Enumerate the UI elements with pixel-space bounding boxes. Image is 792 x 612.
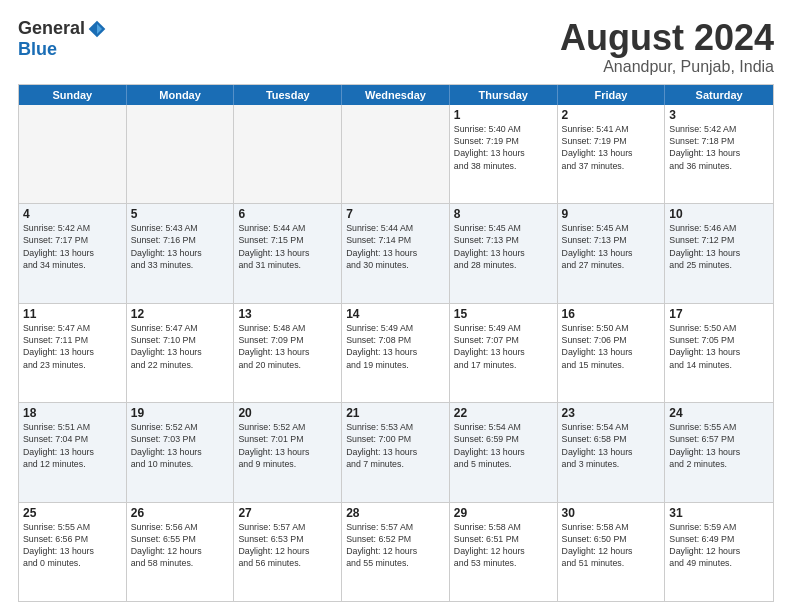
logo-general-text: General [18,18,85,39]
page: General Blue August 2024 Anandpur, Punja… [0,0,792,612]
day-info: Sunrise: 5:42 AM Sunset: 7:18 PM Dayligh… [669,123,769,172]
day-number: 16 [562,307,661,321]
calendar-row-3: 18Sunrise: 5:51 AM Sunset: 7:04 PM Dayli… [19,402,773,501]
day-info: Sunrise: 5:55 AM Sunset: 6:57 PM Dayligh… [669,421,769,470]
calendar-cell: 8Sunrise: 5:45 AM Sunset: 7:13 PM Daylig… [450,204,558,302]
day-number: 30 [562,506,661,520]
day-info: Sunrise: 5:59 AM Sunset: 6:49 PM Dayligh… [669,521,769,570]
day-info: Sunrise: 5:50 AM Sunset: 7:06 PM Dayligh… [562,322,661,371]
day-number: 28 [346,506,445,520]
day-info: Sunrise: 5:41 AM Sunset: 7:19 PM Dayligh… [562,123,661,172]
day-number: 13 [238,307,337,321]
calendar-cell: 30Sunrise: 5:58 AM Sunset: 6:50 PM Dayli… [558,503,666,601]
day-number: 18 [23,406,122,420]
day-info: Sunrise: 5:58 AM Sunset: 6:50 PM Dayligh… [562,521,661,570]
calendar-cell: 29Sunrise: 5:58 AM Sunset: 6:51 PM Dayli… [450,503,558,601]
calendar-cell: 25Sunrise: 5:55 AM Sunset: 6:56 PM Dayli… [19,503,127,601]
day-info: Sunrise: 5:47 AM Sunset: 7:11 PM Dayligh… [23,322,122,371]
day-number: 4 [23,207,122,221]
day-info: Sunrise: 5:57 AM Sunset: 6:53 PM Dayligh… [238,521,337,570]
calendar-row-4: 25Sunrise: 5:55 AM Sunset: 6:56 PM Dayli… [19,502,773,601]
calendar-row-0: 1Sunrise: 5:40 AM Sunset: 7:19 PM Daylig… [19,105,773,203]
calendar-cell: 26Sunrise: 5:56 AM Sunset: 6:55 PM Dayli… [127,503,235,601]
calendar-cell: 7Sunrise: 5:44 AM Sunset: 7:14 PM Daylig… [342,204,450,302]
logo-blue-text: Blue [18,39,57,60]
calendar-cell: 12Sunrise: 5:47 AM Sunset: 7:10 PM Dayli… [127,304,235,402]
calendar-cell: 22Sunrise: 5:54 AM Sunset: 6:59 PM Dayli… [450,403,558,501]
main-title: August 2024 [560,18,774,58]
day-number: 23 [562,406,661,420]
calendar-cell: 27Sunrise: 5:57 AM Sunset: 6:53 PM Dayli… [234,503,342,601]
day-number: 2 [562,108,661,122]
calendar-cell: 31Sunrise: 5:59 AM Sunset: 6:49 PM Dayli… [665,503,773,601]
header: General Blue August 2024 Anandpur, Punja… [18,18,774,76]
day-info: Sunrise: 5:54 AM Sunset: 6:59 PM Dayligh… [454,421,553,470]
day-info: Sunrise: 5:55 AM Sunset: 6:56 PM Dayligh… [23,521,122,570]
day-number: 12 [131,307,230,321]
day-number: 7 [346,207,445,221]
day-info: Sunrise: 5:49 AM Sunset: 7:08 PM Dayligh… [346,322,445,371]
calendar-row-1: 4Sunrise: 5:42 AM Sunset: 7:17 PM Daylig… [19,203,773,302]
calendar: SundayMondayTuesdayWednesdayThursdayFrid… [18,84,774,602]
day-info: Sunrise: 5:40 AM Sunset: 7:19 PM Dayligh… [454,123,553,172]
day-info: Sunrise: 5:49 AM Sunset: 7:07 PM Dayligh… [454,322,553,371]
day-number: 24 [669,406,769,420]
calendar-cell: 18Sunrise: 5:51 AM Sunset: 7:04 PM Dayli… [19,403,127,501]
calendar-cell: 23Sunrise: 5:54 AM Sunset: 6:58 PM Dayli… [558,403,666,501]
day-number: 21 [346,406,445,420]
calendar-row-2: 11Sunrise: 5:47 AM Sunset: 7:11 PM Dayli… [19,303,773,402]
calendar-body: 1Sunrise: 5:40 AM Sunset: 7:19 PM Daylig… [19,105,773,601]
day-info: Sunrise: 5:44 AM Sunset: 7:14 PM Dayligh… [346,222,445,271]
calendar-cell: 14Sunrise: 5:49 AM Sunset: 7:08 PM Dayli… [342,304,450,402]
day-number: 26 [131,506,230,520]
calendar-cell: 5Sunrise: 5:43 AM Sunset: 7:16 PM Daylig… [127,204,235,302]
day-info: Sunrise: 5:45 AM Sunset: 7:13 PM Dayligh… [562,222,661,271]
calendar-cell: 24Sunrise: 5:55 AM Sunset: 6:57 PM Dayli… [665,403,773,501]
day-number: 20 [238,406,337,420]
day-info: Sunrise: 5:48 AM Sunset: 7:09 PM Dayligh… [238,322,337,371]
day-info: Sunrise: 5:52 AM Sunset: 7:03 PM Dayligh… [131,421,230,470]
day-info: Sunrise: 5:58 AM Sunset: 6:51 PM Dayligh… [454,521,553,570]
day-info: Sunrise: 5:51 AM Sunset: 7:04 PM Dayligh… [23,421,122,470]
calendar-cell: 19Sunrise: 5:52 AM Sunset: 7:03 PM Dayli… [127,403,235,501]
calendar-cell: 11Sunrise: 5:47 AM Sunset: 7:11 PM Dayli… [19,304,127,402]
day-info: Sunrise: 5:44 AM Sunset: 7:15 PM Dayligh… [238,222,337,271]
calendar-cell: 1Sunrise: 5:40 AM Sunset: 7:19 PM Daylig… [450,105,558,203]
day-number: 3 [669,108,769,122]
calendar-cell [234,105,342,203]
calendar-cell: 2Sunrise: 5:41 AM Sunset: 7:19 PM Daylig… [558,105,666,203]
day-info: Sunrise: 5:52 AM Sunset: 7:01 PM Dayligh… [238,421,337,470]
day-info: Sunrise: 5:45 AM Sunset: 7:13 PM Dayligh… [454,222,553,271]
day-number: 17 [669,307,769,321]
header-day-thursday: Thursday [450,85,558,105]
calendar-cell [19,105,127,203]
day-number: 22 [454,406,553,420]
day-number: 5 [131,207,230,221]
calendar-cell: 15Sunrise: 5:49 AM Sunset: 7:07 PM Dayli… [450,304,558,402]
sub-title: Anandpur, Punjab, India [560,58,774,76]
calendar-cell: 28Sunrise: 5:57 AM Sunset: 6:52 PM Dayli… [342,503,450,601]
calendar-header: SundayMondayTuesdayWednesdayThursdayFrid… [19,85,773,105]
day-number: 10 [669,207,769,221]
day-number: 14 [346,307,445,321]
logo-icon [87,19,107,39]
calendar-cell: 3Sunrise: 5:42 AM Sunset: 7:18 PM Daylig… [665,105,773,203]
calendar-cell: 13Sunrise: 5:48 AM Sunset: 7:09 PM Dayli… [234,304,342,402]
calendar-cell: 10Sunrise: 5:46 AM Sunset: 7:12 PM Dayli… [665,204,773,302]
calendar-cell: 4Sunrise: 5:42 AM Sunset: 7:17 PM Daylig… [19,204,127,302]
calendar-cell: 6Sunrise: 5:44 AM Sunset: 7:15 PM Daylig… [234,204,342,302]
title-area: August 2024 Anandpur, Punjab, India [560,18,774,76]
day-info: Sunrise: 5:46 AM Sunset: 7:12 PM Dayligh… [669,222,769,271]
day-number: 11 [23,307,122,321]
day-number: 1 [454,108,553,122]
logo: General Blue [18,18,107,60]
day-number: 31 [669,506,769,520]
day-info: Sunrise: 5:57 AM Sunset: 6:52 PM Dayligh… [346,521,445,570]
day-number: 9 [562,207,661,221]
calendar-cell: 16Sunrise: 5:50 AM Sunset: 7:06 PM Dayli… [558,304,666,402]
day-info: Sunrise: 5:53 AM Sunset: 7:00 PM Dayligh… [346,421,445,470]
day-info: Sunrise: 5:50 AM Sunset: 7:05 PM Dayligh… [669,322,769,371]
day-info: Sunrise: 5:47 AM Sunset: 7:10 PM Dayligh… [131,322,230,371]
header-day-tuesday: Tuesday [234,85,342,105]
day-number: 25 [23,506,122,520]
